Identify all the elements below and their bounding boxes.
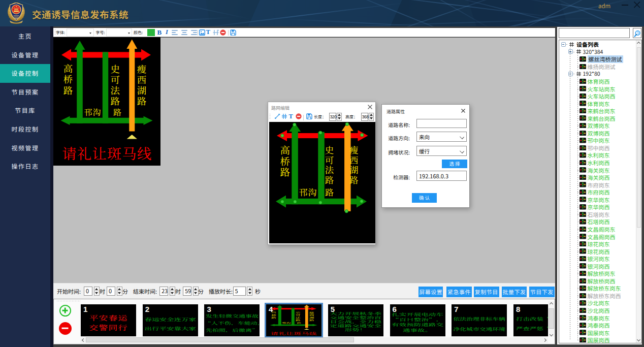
dialog-close-icon[interactable] [461, 108, 466, 113]
tree-device-1-26[interactable]: 解放桥岗东 [588, 270, 616, 277]
height-input[interactable]: 368 [361, 113, 369, 121]
confirm-button[interactable]: 确 认 [412, 193, 437, 203]
spin-down-button[interactable] [369, 117, 373, 120]
action-button-3[interactable]: 批量下发 [502, 287, 527, 297]
text-tool-button[interactable]: T [289, 112, 293, 121]
tree-device-1-28[interactable]: 解放桥东岗东 [588, 285, 621, 292]
tree-device-1-10[interactable]: 水利岗东 [588, 151, 610, 159]
sidebar-item-3[interactable]: 节目预案 [0, 83, 50, 102]
tree-device-1-32[interactable]: 鸿泰岗东 [588, 314, 610, 322]
close-button[interactable] [633, 1, 641, 9]
length-input[interactable]: 320 [329, 113, 337, 121]
sidebar-item-6[interactable]: 视频管理 [0, 139, 50, 157]
spin-up-button[interactable] [94, 287, 99, 291]
tree-device-0-1[interactable]: 维扬岗测试 [588, 63, 616, 71]
height-stepper[interactable] [369, 113, 374, 121]
tree-expander[interactable] [568, 72, 573, 76]
detector-input[interactable] [416, 171, 467, 181]
tree-expander[interactable] [561, 42, 566, 47]
align-center-button[interactable] [181, 30, 187, 35]
tree-device-1-11[interactable]: 水利岗西 [588, 159, 610, 167]
scrollbar-thumb[interactable] [549, 308, 554, 329]
duration-input[interactable]: 5 [233, 287, 246, 296]
tree-device-1-20[interactable]: 文昌阁岗东 [588, 226, 616, 233]
action-button-4[interactable]: 节目下发 [529, 287, 555, 297]
spin-down-button[interactable] [194, 291, 198, 295]
action-button-2[interactable]: 复制节目 [474, 287, 499, 297]
start-minute-input-stepper[interactable] [117, 287, 122, 296]
draw-line-button[interactable] [274, 113, 280, 119]
start-hour-input[interactable]: 0 [84, 287, 92, 296]
tree-device-1-19[interactable]: 石塔岗西 [588, 218, 610, 226]
font-size-select[interactable] [106, 28, 132, 37]
tree-device-1-14[interactable]: 市府岗东 [588, 181, 610, 189]
device-search-button[interactable] [633, 28, 642, 38]
scrollbar-down-arrow[interactable] [548, 332, 555, 337]
tree-device-1-5[interactable]: 来鹤台岗西 [588, 115, 616, 122]
tree-device-0-0[interactable]: 螺丝湾桥测试 [588, 55, 623, 63]
tree-device-1-30[interactable]: 沙北岗东 [588, 299, 610, 307]
tree-device-1-7[interactable]: 双博岗西 [588, 130, 610, 137]
tree-root-label[interactable]: 设备列表 [576, 41, 599, 48]
end-minute-input-stepper[interactable] [193, 287, 199, 296]
duration-input-stepper[interactable] [247, 287, 252, 296]
spin-down-button[interactable] [117, 291, 122, 295]
spin-up-button[interactable] [117, 287, 122, 291]
road-tool-button[interactable] [281, 113, 287, 119]
tree-device-1-33[interactable]: 鸿泰岗西 [588, 322, 610, 329]
end-hour-input-stepper[interactable] [170, 287, 175, 296]
insert-road-button[interactable] [213, 29, 219, 36]
tree-device-1-25[interactable]: 银河岗西 [588, 263, 610, 270]
tree-device-1-34[interactable]: 国展岗东 [588, 329, 610, 337]
scrollbar-left-arrow[interactable] [80, 337, 86, 343]
tree-device-1-3[interactable]: 体育岗东 [588, 100, 610, 108]
tree-device-1-4[interactable]: 来鹤台岗东 [588, 107, 616, 115]
road-network-canvas[interactable]: 高桥路史可法路瘦西湖路邗沟路 [269, 122, 376, 243]
length-stepper[interactable] [337, 113, 342, 121]
spin-down-button[interactable] [170, 291, 175, 295]
tree-device-1-2[interactable]: 火车站岗西 [588, 92, 616, 100]
tree-device-1-8[interactable]: 邗中岗东 [588, 137, 610, 144]
scrollbar-thumb[interactable] [637, 47, 641, 228]
start-minute-input[interactable]: 0 [107, 287, 115, 296]
tree-device-1-35[interactable]: 国展岗西 [588, 336, 610, 343]
program-thumbnail-5[interactable]: 5大力开展秋冬季交通安全整治百日会战，全力稳定道路交通安全形势！ [328, 304, 383, 336]
sidebar-item-7[interactable]: 操作日志 [0, 157, 50, 176]
tree-device-1-27[interactable]: 解放桥岗西 [588, 277, 616, 285]
color-swatch[interactable] [147, 29, 155, 37]
program-thumbnail-7[interactable]: 7依法治理非标车辆净化城市交通环境 [452, 304, 507, 336]
program-thumbnail-3[interactable]: 3发生轻微交通事故“人不伤，车能动,先拍照，后撤离” [204, 304, 260, 336]
tree-device-1-18[interactable]: 石塔岗东 [588, 211, 610, 218]
sidebar-item-0[interactable]: 主页 [0, 27, 50, 46]
sidebar-item-5[interactable]: 时段控制 [0, 120, 50, 139]
choose-button[interactable]: 选 择 [442, 160, 467, 168]
start-hour-input-stepper[interactable] [94, 287, 100, 296]
scrollbar-thumb[interactable] [86, 337, 354, 343]
delete-tool-button[interactable] [296, 113, 302, 119]
tree-device-1-23[interactable]: 琼花岗西 [588, 248, 610, 256]
scrollbar-up-arrow[interactable] [548, 301, 555, 306]
delete-button[interactable] [220, 29, 226, 36]
add-program-button[interactable] [59, 305, 71, 317]
tree-device-1-13[interactable]: 海关岗西 [588, 174, 610, 181]
insert-text-button[interactable]: T [206, 28, 210, 37]
design-canvas[interactable]: 高桥路史可法路瘦西湖路邗沟路请礼让斑马线 路网编辑 T 长度： 320 高度： … [53, 38, 556, 283]
led-screen-preview[interactable]: 高桥路史可法路瘦西湖路邗沟路请礼让斑马线 [53, 37, 161, 166]
tree-device-1-24[interactable]: 银河岗东 [588, 255, 610, 263]
tree-device-1-16[interactable]: 京华岗东 [588, 196, 610, 204]
spin-up-button[interactable] [170, 287, 175, 291]
tree-group-1[interactable]: 192*80 [583, 70, 600, 78]
tree-device-1-17[interactable]: 京华岗西 [588, 203, 610, 211]
tree-device-1-21[interactable]: 文昌阁岗西 [588, 233, 616, 241]
spin-up-button[interactable] [337, 113, 341, 117]
program-thumbnail-8[interactable]: 8打击改装“炸街严查严惩“机动 [513, 304, 548, 336]
playlist-vscrollbar[interactable] [548, 301, 555, 337]
italic-button[interactable]: I [166, 28, 168, 37]
action-button-1[interactable]: 紧急事件 [446, 287, 472, 297]
remove-program-button[interactable] [59, 322, 72, 335]
tree-device-1-15[interactable]: 市府岗西 [588, 188, 610, 196]
sidebar-item-1[interactable]: 设备管理 [0, 46, 50, 65]
tree-device-1-0[interactable]: 体育岗西 [588, 78, 610, 85]
align-left-button[interactable] [172, 30, 178, 35]
spin-up-button[interactable] [194, 287, 198, 291]
